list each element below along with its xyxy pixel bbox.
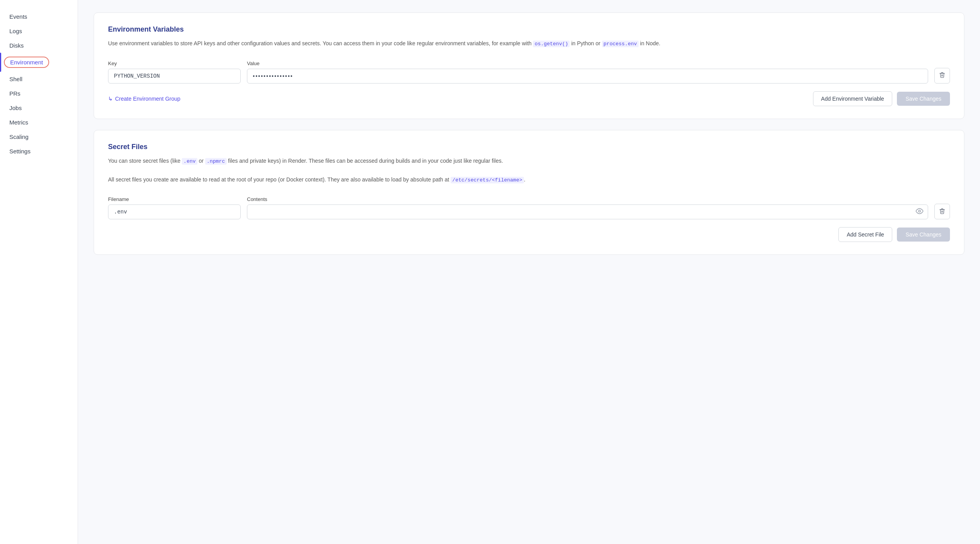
- env-value-input[interactable]: [247, 69, 928, 84]
- sf-desc2-text2: .: [524, 176, 526, 183]
- env-save-changes-button[interactable]: Save Changes: [897, 92, 950, 106]
- env-desc-text2: in Python or: [570, 40, 602, 46]
- sf-delete-button[interactable]: [934, 204, 950, 219]
- env-value-group: Value: [247, 60, 928, 84]
- sf-contents-label: Contents: [247, 196, 928, 202]
- env-title: Environment Variables: [108, 25, 950, 34]
- env-key-label: Key: [108, 60, 241, 66]
- sf-filename-label: Filename: [108, 196, 241, 202]
- sidebar-item-jobs[interactable]: Jobs: [0, 101, 78, 115]
- env-key-group: Key: [108, 60, 241, 84]
- sf-contents-group: Contents: [247, 196, 928, 219]
- sf-desc1-text3: files and private keys) in Render. These…: [227, 158, 503, 164]
- trash-icon: [939, 72, 945, 79]
- sf-desc1-text1: You can store secret files (like: [108, 158, 182, 164]
- sidebar-item-settings[interactable]: Settings: [0, 144, 78, 158]
- sf-filename-group: Filename: [108, 196, 241, 219]
- sf-footer-actions: Add Secret File Save Changes: [838, 227, 950, 242]
- sf-trash-icon: [939, 208, 945, 215]
- sidebar-item-logs[interactable]: Logs: [0, 24, 78, 38]
- secret-files-description1: You can store secret files (like .env or…: [108, 156, 950, 166]
- env-value-label: Value: [247, 60, 928, 66]
- sf-footer: Add Secret File Save Changes: [108, 227, 950, 242]
- env-desc-text1: Use environment variables to store API k…: [108, 40, 533, 46]
- secret-file-form-row: Filename Contents: [108, 194, 950, 219]
- sidebar: Events Logs Disks Environment Shell PRs …: [0, 0, 78, 544]
- sidebar-item-shell[interactable]: Shell: [0, 72, 78, 86]
- sf-code2: .npmrc: [205, 158, 227, 165]
- env-desc-text3: in Node.: [639, 40, 660, 46]
- sf-desc2-text1: All secret files you create are availabl…: [108, 176, 451, 183]
- secret-files-title: Secret Files: [108, 143, 950, 151]
- env-delete-button[interactable]: [934, 68, 950, 84]
- main-content: Environment Variables Use environment va…: [78, 0, 980, 544]
- sf-code3: /etc/secrets/<filename>: [451, 177, 524, 183]
- env-code1: os.getenv(): [533, 41, 570, 47]
- add-secret-file-button[interactable]: Add Secret File: [838, 227, 892, 242]
- env-form-row: Key Value: [108, 58, 950, 84]
- sf-code1: .env: [182, 158, 197, 165]
- svg-point-0: [919, 210, 921, 212]
- env-key-input[interactable]: [108, 69, 241, 84]
- sidebar-item-events[interactable]: Events: [0, 9, 78, 24]
- env-variables-card: Environment Variables Use environment va…: [94, 12, 964, 119]
- sidebar-item-prs[interactable]: PRs: [0, 86, 78, 101]
- add-env-variable-button[interactable]: Add Environment Variable: [813, 91, 893, 106]
- sf-contents-wrapper: [247, 204, 928, 219]
- sf-contents-input[interactable]: [247, 204, 928, 219]
- env-footer-actions: Add Environment Variable Save Changes: [813, 91, 950, 106]
- sidebar-item-metrics[interactable]: Metrics: [0, 115, 78, 130]
- sf-filename-input[interactable]: [108, 204, 241, 219]
- env-description: Use environment variables to store API k…: [108, 39, 950, 48]
- sidebar-item-scaling[interactable]: Scaling: [0, 130, 78, 144]
- env-footer: ↳ Create Environment Group Add Environme…: [108, 91, 950, 106]
- secret-files-card: Secret Files You can store secret files …: [94, 130, 964, 255]
- env-code2: process.env: [602, 41, 639, 47]
- create-env-group-link[interactable]: ↳ Create Environment Group: [108, 96, 180, 102]
- sidebar-item-disks[interactable]: Disks: [0, 38, 78, 53]
- sidebar-item-environment[interactable]: Environment: [0, 53, 78, 72]
- sf-desc1-text2: or: [197, 158, 205, 164]
- sf-save-changes-button[interactable]: Save Changes: [897, 228, 950, 242]
- secret-files-description2: All secret files you create are availabl…: [108, 175, 950, 185]
- eye-icon[interactable]: [916, 207, 923, 217]
- arrow-icon: ↳: [108, 96, 113, 102]
